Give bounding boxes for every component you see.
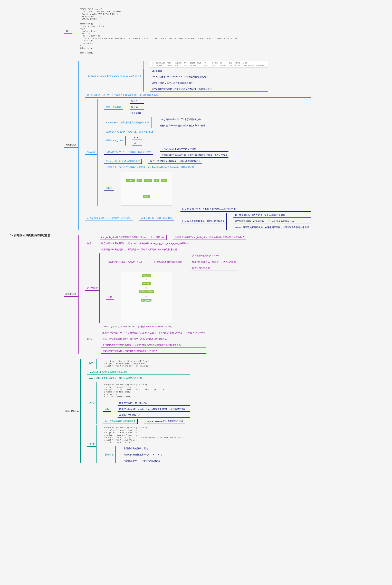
- rand-ex3: 例子3: [87, 442, 96, 447]
- flow-extract: 从内存临时表中一行一行地取出R值和位置信息: [104, 150, 153, 155]
- explain-note0: ChildTopic: [150, 69, 268, 73]
- ex-c2: 对内存临时表做全表扫描，此时扫描行数增加10000，变成了20000: [160, 153, 228, 158]
- sb-note: 这个过程没有涉及到表操作，所以不会增加扫描行数: [148, 159, 202, 164]
- flow-sortbuf: 在sort_buffer中根据R的值进行排序: [104, 159, 142, 164]
- algo-reason: 不用归并排序的算法的原因是: [152, 259, 184, 264]
- fw-c1: rand()函数生成一个大于0小于1的随机小数: [158, 117, 207, 122]
- ex3-flow: 思路流程: [103, 452, 115, 457]
- flow-create-c2: 字段W: [130, 105, 144, 110]
- ex2-f3: 再用limit Y,1 取得一行。: [118, 413, 190, 418]
- rand-note2: select也可以用索引快速定位，可以认为就只扫描了3行: [87, 376, 190, 381]
- rowid-r2: 对于没有主键的InnoDB表来说，这个rowid就是由系统生成的: [233, 219, 310, 224]
- random-title[interactable]: 随机排序方法: [64, 409, 80, 413]
- ib-c2: int: [132, 141, 142, 145]
- ex2-limit: limit 后面的参数不能直接跟变量: [103, 419, 138, 424]
- algo-r1: 只需要取R值最小的3个rowid: [190, 253, 238, 258]
- mem-title[interactable]: 内存临时表: [64, 143, 78, 148]
- flow-create-c3: 表没有索引: [130, 111, 144, 116]
- disk-pre: 前提: [85, 241, 93, 246]
- rand-ex1: 例子1: [87, 361, 96, 366]
- flow-create-c1: 字段R: [130, 99, 144, 104]
- example-code: CREATE TABLE `words` ( `id` int(11) NOT …: [78, 7, 240, 56]
- ex2-n3: 不论是使用哪种类型的临时表，order by rand()这种写法都会让计算过程…: [101, 343, 206, 348]
- algo-r3: 浪费了很多计算量: [190, 266, 238, 270]
- flow-sorton: 在这个没有索引的内存临时表上，按照字段R排序: [104, 130, 228, 134]
- rand-ex3-code: mysql> select count(*) into @C from t; s…: [103, 425, 184, 445]
- algo-r2: 使用归并排序算法，最终排序了10000条数据: [190, 259, 238, 264]
- flow-title[interactable]: 执行流程: [85, 150, 97, 155]
- disk-ex2: 例子2: [85, 337, 94, 341]
- flow-create: 创建一个临时表: [104, 105, 123, 110]
- explain-note3: 这个Extra的意思就是，需要临时表，并且需要在临时表上排序: [150, 87, 268, 92]
- pre-p2: 磁盘临时表使用的引擎默认是InnoDB，是由参数internal_tmp_dis…: [100, 241, 246, 246]
- ex2-sql: select city,name,age from t where city='…: [101, 325, 206, 329]
- ex2-f1: 取得整个表的行数，并记为C。: [118, 401, 190, 406]
- ex2-f2: 取得 Y = floor(C * rand())。 floor函数在这里的作用，…: [118, 407, 190, 412]
- explain-sql: EXPLAIN select word from words order by …: [85, 74, 143, 78]
- ex3-f2: 根据相同的随机方法得到Y1、Y2、Y3；: [122, 452, 164, 457]
- branch-random: 随机排序方法 例子1 select max(id),min(id) into @…: [54, 359, 311, 463]
- flow-diagram: pos1 R1W1 pos2 R2W2 sortbuffer: [121, 171, 172, 206]
- ex2-flow: 流程: [103, 407, 111, 412]
- rowid-r1: 对于有主键的InnoDB表来说，这个rowid就是主键ID: [233, 213, 310, 218]
- fw-c2: 随机小数和word分别存入临时表的R和W字段中: [158, 123, 207, 128]
- flow-fromwords: 从words表中，按主键顺序取出所有的word值: [104, 120, 151, 125]
- algo-diagram-label: 图解: [106, 295, 114, 300]
- innodb-note: 对于InnoDB表来说，执行全字段排序会减少磁盘访问，因此会被优先选择: [85, 93, 311, 98]
- ib-c1: double: [132, 136, 142, 140]
- mindmap-root: 17讲如何正确地显示随机消息 例子 CREATE TABLE `words` (…: [7, 7, 385, 463]
- rowid-def: RowID,每个引擎用来唯一标识数据行的信息: [180, 219, 226, 224]
- algo-diagram: input rows ↓ heap build ↓ compare & repl…: [121, 272, 172, 323]
- explain-note2: Using filesort，表示的是需要执行排序操作: [150, 81, 268, 85]
- rand-ex2: 例子2: [87, 401, 96, 405]
- branch-example: 例子 CREATE TABLE `words` ( `id` int(11) N…: [54, 7, 311, 56]
- rand-ex2-code: mysql> select count(*) into @C from t; s…: [103, 382, 190, 400]
- example-title[interactable]: 例子: [64, 29, 72, 34]
- branch-memory: 内存临时表 EXPLAIN select word from words ord…: [54, 61, 311, 230]
- ex2-n4: 需要大量的扫描行数，因此排序过程的资源消耗也会很大: [101, 349, 206, 354]
- ex3-f3: 再执行三个limit Y, 1语句得到三行数据: [122, 459, 164, 463]
- ex2-n2: 超过了我设置的sort_buffer_size大小，所以只能使用归并排序算法: [101, 337, 206, 341]
- algo-pri: 优先队列排序算法（临时文件算法）: [106, 259, 145, 264]
- disk-algo: 采用的算法: [85, 286, 100, 291]
- ex2-limit-sol: prepare+execute 可以在其后进行拼接: [144, 419, 185, 424]
- explain-note1: Extra字段显示Using temporary，表示的是需要使用临时表: [150, 75, 268, 79]
- rowid-auto: InnoDB会自己生成一个长度为6字节的rowid来作为主键: [180, 207, 311, 212]
- flow-initbuf: 初始化 sort_buffer: [104, 138, 125, 143]
- rowid-a: 如果没有主键，或者主键被删除: [140, 216, 174, 221]
- rowid-r3: EMORY引擎不是索引组织表。在这个例子里面，你可以认为它就是一个数组: [233, 225, 310, 230]
- ex-c1: 分别存入sort_buffer中的两个字段里: [160, 147, 228, 152]
- pre-p3: 使用磁盘临时表的时候，对应的就是一个没有显式索引的InnoDB表的排序过程: [100, 247, 246, 252]
- disk-title[interactable]: 磁盘临时表: [64, 292, 78, 297]
- branch-disk: 磁盘临时表 前提 tmp_table_size这个配置限制了内存临时表的大小，默…: [54, 235, 311, 354]
- pre-p1: tmp_table_size这个配置限制了内存临时表的大小，默认值是16M: [100, 235, 166, 240]
- flow-done: 排序完成后，取出前三个结果的位置信息，依次到内存临时表中取出word值，返回给客…: [104, 165, 228, 170]
- ex3-f1: 取得整个表的行数，记为C；: [122, 446, 164, 451]
- flow-diagram-label: 流程图: [104, 186, 114, 191]
- pre-p1n: 临时表大小超过了tmp_table_size，那么内存临时表就会转成磁盘临时表: [173, 235, 246, 240]
- rowid-q: MySQL的表是用什么方法来定位"一行数据"的: [85, 216, 133, 221]
- rand-note1: max(id)和min(id)都是不需要扫描索引的: [87, 370, 190, 375]
- explain-table: idselect_typetablepartitionstypepossible…: [150, 61, 268, 68]
- ex2-n1: 这条SQL语句是limit 1000，如果使用优先队列算法的话，需要维护的堆的大…: [101, 331, 206, 335]
- root-node: 17讲如何正确地显示随机消息: [7, 231, 54, 239]
- rand-ex1-code: select max(id),min(id) into @M,@N from t…: [103, 359, 153, 369]
